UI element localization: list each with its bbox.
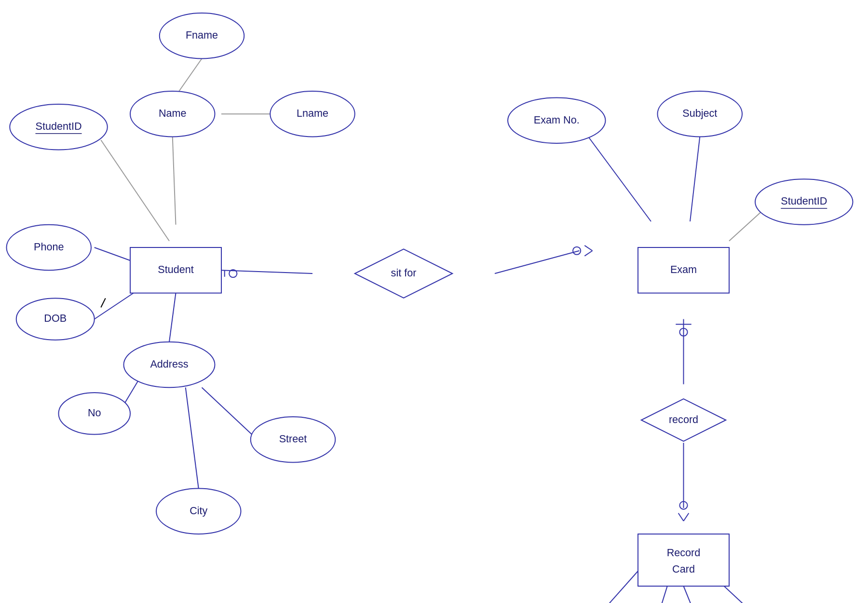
er-diagram xyxy=(0,0,868,603)
